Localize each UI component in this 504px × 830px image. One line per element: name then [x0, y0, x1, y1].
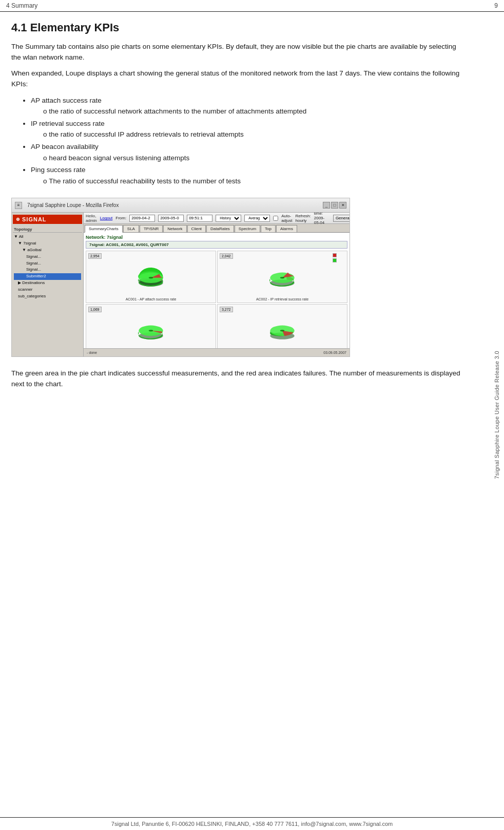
browser-chrome: ≡ 7signal Sapphire Loupe - Mozilla Firef… [12, 198, 350, 213]
toolbar-average-select[interactable]: Average: Day [244, 215, 270, 222]
sidebar-logo-text: SIGNAL [22, 216, 47, 222]
chart-qurt007-value: 3,272 [220, 307, 233, 312]
sidebar-tree-submitter[interactable]: Submitter2 [14, 273, 81, 280]
sidebar-tree-item1[interactable]: Signal... [14, 254, 81, 260]
kpi-label-0: AP attach success rate [31, 97, 102, 104]
toolbar-hello: Hello, admin [86, 214, 97, 223]
chart-av001-svg [135, 316, 166, 344]
tab-summarycharts[interactable]: SummaryCharts [85, 225, 123, 233]
footer: 7signal Ltd, Panuntie 6, FI-00620 HELSIN… [0, 817, 504, 830]
toolbar-autoadjust-label: Auto-adjust [281, 214, 292, 223]
app-tabs: SummaryCharts SLA TP/SNR Network Client … [84, 224, 350, 233]
kpi-sub-1: the ratio of successful IP address retri… [43, 129, 463, 140]
sidebar-tree-destinations[interactable]: ▶ Destinations [14, 280, 81, 287]
tab-top[interactable]: Top [261, 225, 276, 232]
header-bar: 4 Summary 9 [0, 0, 504, 12]
toolbar-time-input[interactable] [187, 215, 212, 222]
sidebar-tree-scanner[interactable]: scanner [14, 287, 81, 293]
sidebar-tree-7signal[interactable]: ▼ 7signal [14, 240, 81, 247]
app-sidebar: ⊕ SIGNAL Topology ▼ All ▼ 7signal ▼ aGol… [12, 213, 84, 356]
footer-text: 7signal Ltd, Panuntie 6, FI-00620 HELSIN… [111, 821, 393, 827]
chart-ac001-value: 2,954 [88, 253, 102, 259]
toolbar-autoadjust-checkbox[interactable] [273, 216, 278, 221]
section-title: 4.1 Elementary KPIs [11, 21, 463, 34]
kpi-sub-2: heard beacon signal versus listening att… [43, 153, 463, 164]
browser-maximize-btn[interactable]: □ [331, 202, 338, 209]
chart-ac002: 2,042 [217, 251, 347, 303]
list-item: IP retrieval success rate the ratio of s… [31, 118, 463, 140]
network-area: Network: 7signal 7signal: AC001, AC002, … [84, 233, 350, 348]
screenshot: ≡ 7signal Sapphire Loupe - Mozilla Firef… [11, 198, 350, 357]
kpi-list: AP attach success rate the ratio of succ… [31, 95, 463, 187]
app-main: Hello, admin Logout From: History: 1 wee… [84, 213, 350, 356]
app-area: ⊕ SIGNAL Topology ▼ All ▼ 7signal ▼ aGol… [12, 213, 350, 356]
chart-ac001-label: AC001 - AP attach success rate [86, 297, 216, 301]
browser-menu-btn[interactable]: ≡ [15, 202, 22, 209]
toolbar-history-select[interactable]: History: 1 week [216, 215, 241, 222]
intro-para1: The Summary tab contains also pie charts… [11, 42, 463, 63]
tab-alarms[interactable]: Alarms [276, 225, 297, 232]
kpi-label-2: AP beacon availability [31, 143, 99, 150]
toolbar-logout[interactable]: Logout [100, 216, 112, 220]
tab-network[interactable]: Network [163, 225, 186, 232]
list-item: AP beacon availability heard beacon sign… [31, 141, 463, 163]
svg-point-13 [280, 330, 284, 331]
caption-text: The green area in the pie chart indicate… [11, 368, 463, 390]
list-item: AP attach success rate the ratio of succ… [31, 95, 463, 117]
tab-sla[interactable]: SLA [123, 225, 139, 232]
topology-label: Topology [13, 226, 82, 233]
kpi-sub-3: The ratio of successful reachability tes… [43, 176, 463, 187]
toolbar-to-input[interactable] [158, 215, 184, 222]
tab-tpsnr[interactable]: TP/SNR [140, 225, 163, 232]
network-subtitle: 7signal: AC001, AC002, AV001, QURT007 [86, 241, 347, 249]
kpi-sub-0: the ratio of successful network attachme… [43, 106, 463, 117]
statusbar-left: - done [87, 351, 97, 354]
chart-ac002-label: AC002 - IP retrieval success rate [218, 297, 347, 301]
kpi-label-3: Ping success rate [31, 166, 86, 174]
chart-av001-value: 1,069 [88, 307, 102, 312]
svg-point-4 [149, 277, 153, 278]
sidebar-tree: ▼ All ▼ 7signal ▼ aGolbal Signal... Sign… [13, 233, 82, 300]
svg-point-7 [280, 277, 284, 278]
toolbar-refresh-label: Refresh: hourly [296, 214, 311, 223]
sidebar-tree-agolbal[interactable]: ▼ aGolbal [14, 247, 81, 254]
tab-client[interactable]: Client [187, 225, 206, 232]
side-label: 7signal Sapphire Loupe User Guide Releas… [490, 0, 504, 830]
chart-ac002-svg [267, 263, 298, 291]
header-left: 4 Summary [6, 2, 37, 9]
chart-ac002-value: 2,042 [220, 253, 233, 259]
sidebar-tree-item2[interactable]: Signal... [14, 260, 81, 267]
browser-close-btns: _ □ ✕ [323, 202, 346, 209]
chart-ac001-svg [135, 263, 166, 291]
sidebar-tree-subcategories[interactable]: sub_categories [14, 293, 81, 300]
app-toolbar: Hello, admin Logout From: History: 1 wee… [84, 213, 350, 224]
list-item: Ping success rate The ratio of successfu… [31, 164, 463, 186]
tab-datarates[interactable]: DataRates [206, 225, 234, 232]
sidebar-logo: ⊕ SIGNAL [13, 215, 82, 224]
statusbar-right: 03.09.05.2007 [323, 351, 346, 354]
chart-qurt007: 3,272 QURT007 - Ping success rate [217, 304, 347, 349]
intro-para2: When expanded, Loupe displays a chart sh… [11, 68, 463, 90]
kpi-label-1: IP retrieval success rate [31, 120, 105, 127]
browser-title: 7signal Sapphire Loupe - Mozilla Firefox [27, 202, 321, 208]
toolbar-from-label: From: [115, 216, 126, 220]
sidebar-tree-item3[interactable]: Signal... [14, 267, 81, 273]
main-content: 4.1 Elementary KPIs The Summary tab cont… [0, 12, 488, 404]
chart-av001: 1,069 AV001 - AP beacon availability [86, 304, 216, 349]
browser-close-btn[interactable]: ✕ [339, 202, 346, 209]
side-label-text: 7signal Sapphire Loupe User Guide Releas… [494, 351, 500, 479]
network-title: Network: 7signal [86, 235, 347, 240]
sidebar-tree-all[interactable]: ▼ All [14, 234, 81, 240]
chart-ac001: 2,954 [86, 251, 216, 303]
toolbar-generate-btn[interactable]: Generate [333, 215, 350, 222]
toolbar-from-input[interactable] [129, 215, 155, 222]
svg-point-10 [149, 330, 153, 331]
chart-qurt007-svg [267, 316, 298, 344]
browser-minimize-btn[interactable]: _ [323, 202, 330, 209]
charts-grid: 2,954 [86, 251, 347, 348]
tab-spectrum[interactable]: Spectrum [235, 225, 260, 232]
app-statusbar: - done 03.09.05.2007 [84, 348, 350, 356]
